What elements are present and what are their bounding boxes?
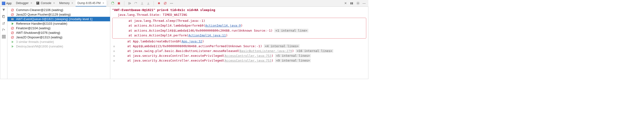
tab-console[interactable]: Console × bbox=[34, 0, 57, 7]
hide-icon[interactable]: — bbox=[362, 2, 366, 5]
thread-state-icon bbox=[11, 8, 14, 12]
thread-row[interactable]: Finalizer@2104 (waiting) bbox=[8, 26, 110, 30]
resume-icon[interactable] bbox=[128, 2, 132, 5]
svg-rect-19 bbox=[12, 18, 12, 20]
svg-rect-3 bbox=[147, 4, 149, 5]
thread-list: Common-Cleaner@2106 (waiting)Java2D Queu… bbox=[8, 7, 110, 79]
thread-row[interactable]: AWT-Shutdown@1076 (waiting) bbox=[8, 30, 110, 35]
stack-frame: ⊞ at java.security.AccessController.exec… bbox=[112, 53, 366, 58]
svg-rect-1 bbox=[128, 2, 129, 5]
stack-frame: at actions.ActionImpl14.perform(ActionIm… bbox=[114, 33, 365, 38]
svg-point-4 bbox=[158, 2, 160, 4]
stack-frame: at actions.ActionImpl14$$Lambda$146/0x00… bbox=[114, 28, 365, 33]
stack-frame: at java.lang.Thread.sleep(Thread.java:-1… bbox=[114, 19, 365, 23]
tab-memory[interactable]: Memory × bbox=[57, 0, 75, 7]
thread-row[interactable]: Reference Handler@2103 (runnable) bbox=[8, 21, 110, 26]
view-breakpoints-icon[interactable] bbox=[157, 2, 161, 5]
thread-state: java.lang.Thread.State: TIMED_WAITING bbox=[112, 13, 366, 17]
svg-line-16 bbox=[12, 9, 14, 11]
collapsed-frames[interactable]: <16 internal lines> bbox=[296, 49, 333, 53]
collapsed-frames[interactable]: <4 internal lines> bbox=[264, 44, 300, 48]
collapsed-frames[interactable]: <9 internal lines> bbox=[275, 59, 311, 62]
thread-state-icon bbox=[11, 22, 14, 25]
expand-icon[interactable]: ⊞ bbox=[112, 54, 116, 58]
app-label: App: bbox=[1, 2, 14, 5]
expand-icon[interactable]: ⊞ bbox=[112, 49, 116, 53]
layout-icon[interactable] bbox=[350, 2, 354, 5]
source-link[interactable]: BasicButtonListener.java:279 bbox=[240, 49, 292, 53]
close-icon[interactable]: × bbox=[30, 2, 32, 5]
app-icon bbox=[2, 2, 5, 5]
source-link[interactable]: ActionImpl14.java:11 bbox=[188, 34, 226, 37]
svg-rect-2 bbox=[141, 4, 143, 5]
svg-rect-0 bbox=[118, 2, 120, 4]
thread-label: AWT-EventQueue-0@1821 (sleeping) [modali… bbox=[16, 17, 92, 21]
tab-bar: App: Debugger × Console × Memory × Dump … bbox=[0, 0, 368, 7]
thread-label: AWT-Shutdown@1076 (waiting) bbox=[16, 31, 60, 35]
svg-line-24 bbox=[12, 32, 14, 34]
settings-icon[interactable] bbox=[356, 2, 360, 5]
stack-trace-pane: "AWT-EventQueue-0@1821" prio=6 tid=0x1c … bbox=[110, 7, 368, 79]
stack-frame: at App.lambda$createButton$0(App.java:32… bbox=[112, 39, 366, 44]
source-link[interactable]: ActionImpl14.java:9 bbox=[205, 24, 241, 27]
window-toolbar: ✕ — bbox=[342, 2, 368, 5]
separator bbox=[154, 1, 154, 6]
expand-icon[interactable]: ⊞ bbox=[112, 44, 116, 48]
sort-icon[interactable] bbox=[2, 22, 6, 25]
thread-row[interactable]: Java2D Queue Flusher@1129 (waiting) bbox=[8, 12, 110, 17]
console-icon bbox=[36, 2, 39, 5]
export-icon[interactable] bbox=[2, 28, 6, 32]
tab-dump[interactable]: Dump 6:05:45 PM × bbox=[76, 0, 106, 7]
source-link[interactable]: App.java:32 bbox=[182, 40, 202, 43]
svg-line-18 bbox=[12, 14, 14, 16]
highlighted-frames: at java.lang.Thread.sleep(Thread.java:-1… bbox=[112, 18, 366, 39]
svg-rect-11 bbox=[352, 2, 353, 4]
thread-label: DestroyJavaVM@1930 (runnable) bbox=[16, 45, 63, 48]
tab-label: Dump 6:05:45 PM bbox=[78, 2, 101, 5]
thread-label: Reference Handler@2103 (runnable) bbox=[16, 22, 67, 25]
mute-breakpoints-icon[interactable] bbox=[164, 2, 167, 5]
stack-frame: ⊞ at java.security.AccessController.exec… bbox=[112, 58, 366, 63]
thread-label: Java2D Disposer@1313 (waiting) bbox=[16, 36, 62, 39]
stack-frame: at actions.ActionImpl14.lambda$perform$0… bbox=[114, 23, 365, 28]
source-link[interactable]: AccessController.java:753 bbox=[225, 59, 272, 62]
thread-label: 3 similar threads (runnable) bbox=[16, 40, 54, 44]
step-out-icon[interactable] bbox=[146, 2, 150, 5]
thread-label: Finalizer@2104 (waiting) bbox=[16, 26, 50, 30]
separator bbox=[124, 1, 124, 6]
separator bbox=[108, 1, 108, 6]
left-gutter bbox=[0, 7, 8, 79]
more-icon[interactable] bbox=[170, 2, 174, 5]
thread-row[interactable]: 3 similar threads (runnable) bbox=[8, 40, 110, 44]
collapsed-frames[interactable]: <5 internal lines> bbox=[275, 54, 311, 58]
svg-rect-20 bbox=[13, 18, 14, 20]
step-over-icon[interactable] bbox=[134, 2, 138, 5]
tab-debugger[interactable]: Debugger × bbox=[14, 0, 34, 7]
close-panel-icon[interactable]: ✕ bbox=[344, 2, 347, 5]
thread-row[interactable]: DestroyJavaVM@1930 (runnable) bbox=[8, 44, 110, 49]
stop-icon[interactable] bbox=[117, 2, 121, 5]
source-link[interactable]: AccessController.java:753 bbox=[225, 54, 272, 58]
step-into-icon[interactable] bbox=[140, 2, 144, 5]
close-icon[interactable]: × bbox=[102, 2, 104, 5]
close-icon[interactable]: × bbox=[71, 2, 73, 5]
filter-icon[interactable] bbox=[2, 8, 6, 12]
rerun-icon[interactable] bbox=[111, 2, 114, 5]
thread-row[interactable]: Common-Cleaner@2106 (waiting) bbox=[8, 8, 110, 12]
thread-row[interactable]: AWT-EventQueue-0@1821 (sleeping) [modali… bbox=[8, 17, 110, 21]
run-toolbar bbox=[109, 1, 175, 6]
close-icon[interactable]: × bbox=[53, 2, 55, 5]
thread-state-icon bbox=[11, 45, 14, 48]
app-label-text: App: bbox=[6, 2, 12, 5]
svg-point-7 bbox=[170, 3, 170, 3]
thread-state-icon bbox=[11, 18, 14, 21]
collapsed-frames[interactable]: <1 internal line> bbox=[274, 29, 308, 32]
copy-icon[interactable] bbox=[2, 15, 6, 19]
thread-header: "AWT-EventQueue-0@1821" prio=6 tid=0x1c … bbox=[112, 8, 366, 13]
tab-label: Console bbox=[41, 2, 51, 5]
thread-label: Java2D Queue Flusher@1129 (waiting) bbox=[16, 13, 71, 16]
thread-row[interactable]: Java2D Disposer@1313 (waiting) bbox=[8, 35, 110, 40]
expand-icon[interactable]: ⊞ bbox=[112, 59, 116, 63]
merge-icon[interactable] bbox=[2, 35, 6, 38]
svg-rect-14 bbox=[3, 16, 4, 18]
